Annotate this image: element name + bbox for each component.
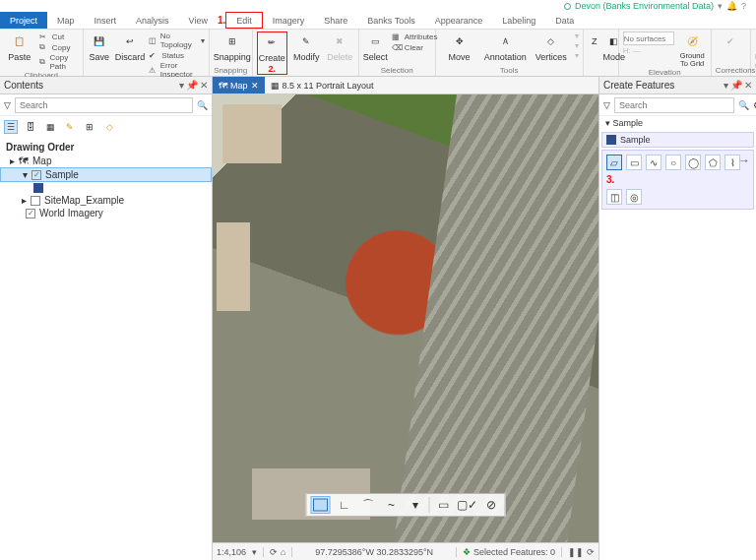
save-button[interactable]: 💾Save — [88, 31, 111, 62]
checkbox-icon[interactable] — [31, 196, 40, 206]
list-by-labeling-icon[interactable]: ◇ — [102, 120, 116, 134]
help-icon[interactable]: ? — [741, 1, 746, 11]
select-button[interactable]: ▭Select — [363, 31, 388, 62]
cancel-sketch-icon[interactable]: ⊘ — [481, 496, 501, 514]
search-icon[interactable]: 🔍 — [197, 100, 208, 110]
tab-edit[interactable]: Edit — [225, 12, 263, 29]
clear-button[interactable]: ⌫Clear — [392, 42, 438, 52]
expand-arrow-icon[interactable]: → — [738, 154, 750, 167]
circle-construct-icon[interactable]: ○ — [665, 155, 681, 170]
finish-sketch-icon[interactable]: ▭ — [434, 496, 454, 514]
list-by-drawing-icon[interactable]: ☰ — [4, 120, 18, 134]
pane-dropdown-icon[interactable]: ▾ — [179, 80, 184, 91]
z-button[interactable]: Z — [588, 31, 601, 51]
buffer-construct-icon[interactable]: ◎ — [626, 189, 642, 205]
refresh-icon[interactable]: ⟳ — [587, 547, 595, 557]
extent-icon[interactable]: ⌂ — [281, 547, 285, 557]
delete-icon: ✖ — [330, 31, 349, 51]
copy-button[interactable]: ⧉Copy — [39, 42, 79, 52]
tab-project[interactable]: Project — [0, 12, 47, 29]
paste-button[interactable]: 📋 Paste — [4, 31, 35, 62]
attributes-button[interactable]: ▦Attributes — [392, 31, 438, 41]
list-by-editing-icon[interactable]: ✎ — [63, 120, 77, 134]
svg-rect-0 — [314, 499, 328, 511]
list-by-source-icon[interactable]: 🗄 — [24, 120, 37, 134]
group-snapping: Snapping — [214, 66, 248, 75]
template-sample[interactable]: Sample — [601, 132, 754, 148]
doc-tab-layout[interactable]: ▦8.5 x 11 Portrait Layout — [265, 77, 380, 93]
ground-grid-button[interactable]: 🧭Ground To Grid — [678, 31, 707, 68]
drawing-order-header: Drawing Order — [0, 138, 212, 155]
scale-field[interactable]: 1:4,106 — [217, 547, 246, 557]
bell-icon[interactable]: 🔔 — [726, 1, 737, 11]
copy-path-button[interactable]: ⧉Copy Path — [39, 53, 79, 71]
pane-dropdown-icon[interactable]: ▾ — [724, 80, 728, 91]
create-button[interactable]: ✏ Create 2. — [257, 31, 287, 75]
snapping-button[interactable]: ⊞Snapping — [214, 31, 251, 62]
split-construct-icon[interactable]: ◫ — [606, 189, 622, 205]
rotate-icon[interactable]: ⟳ — [270, 547, 278, 557]
copy-icon: ⧉ — [39, 42, 49, 52]
polygon-tool-icon[interactable] — [311, 496, 331, 514]
toc-map[interactable]: ▸🗺Map — [0, 155, 212, 167]
status-button[interactable]: ✔Status — [149, 50, 204, 60]
callout-3: 3. — [606, 174, 749, 185]
surface-input[interactable] — [623, 31, 674, 45]
contents-search[interactable] — [15, 97, 193, 113]
layout-icon: ▦ — [271, 81, 280, 91]
list-by-selection-icon[interactable]: ▦ — [43, 120, 57, 134]
square-finish-icon[interactable]: ▢✓ — [458, 496, 477, 514]
pane-pin-icon[interactable]: 📌 — [730, 80, 742, 91]
tab-imagery[interactable]: Imagery — [263, 12, 315, 29]
doc-tab-map[interactable]: 🗺Map✕ — [213, 77, 265, 93]
tab-data[interactable]: Data — [545, 12, 584, 29]
rectangle-construct-icon[interactable]: ▭ — [626, 155, 642, 170]
tab-map[interactable]: Map — [47, 12, 85, 29]
tab-appearance[interactable]: Appearance — [425, 12, 493, 29]
pause-icon[interactable]: ❚❚ — [568, 547, 584, 557]
pane-pin-icon[interactable]: 📌 — [186, 80, 198, 91]
checkbox-icon[interactable]: ✓ — [26, 209, 35, 218]
toc-sitemap[interactable]: ▸SiteMap_Example — [0, 194, 212, 207]
pane-close-icon[interactable]: ✕ — [200, 80, 208, 91]
group-tools: Tools — [440, 66, 579, 75]
cut-button[interactable]: ✂Cut — [39, 31, 79, 41]
create-search[interactable] — [614, 97, 734, 113]
scale-dropdown-icon[interactable]: ▾ — [252, 547, 257, 557]
toc-imagery[interactable]: ✓World Imagery — [0, 207, 212, 219]
tab-analysis[interactable]: Analysis — [126, 12, 179, 29]
polygon-construct-icon[interactable]: ▱ — [606, 155, 622, 170]
tab-labeling[interactable]: Labeling — [492, 12, 545, 29]
pane-close-icon[interactable]: ✕ — [744, 80, 752, 91]
topology-dropdown[interactable]: ◫No Topology ▾ — [149, 31, 204, 49]
close-icon[interactable]: ✕ — [251, 81, 259, 91]
freehand-construct-icon[interactable]: ∿ — [646, 155, 662, 170]
filter-icon[interactable]: ▽ — [603, 100, 610, 110]
vertices-button[interactable]: ◇Vertices — [532, 31, 571, 62]
annotation-button[interactable]: ＡAnnotation — [482, 31, 528, 62]
modify-button[interactable]: ✎Modify — [291, 31, 322, 62]
callout-1: 1. — [218, 15, 225, 26]
tab-view[interactable]: View — [179, 12, 218, 29]
filter-icon[interactable]: ▽ — [4, 100, 11, 110]
right-angle-tool-icon[interactable]: ∟ — [335, 496, 354, 514]
tab-share[interactable]: Share — [314, 12, 357, 29]
list-by-snapping-icon[interactable]: ⊞ — [83, 120, 96, 134]
map-view[interactable]: ∟ ⌒ ~ ▾ ▭ ▢✓ ⊘ — [213, 94, 598, 542]
toc-sample[interactable]: ▾✓Sample — [0, 167, 212, 182]
arc-tool-icon[interactable]: ⌒ — [358, 496, 378, 514]
ellipse-construct-icon[interactable]: ◯ — [685, 155, 701, 170]
search-icon[interactable]: 🔍 — [738, 100, 749, 110]
template-group[interactable]: ▾ Sample — [599, 116, 756, 130]
delete-button: ✖Delete — [326, 31, 354, 62]
move-button[interactable]: ✥Move — [440, 31, 479, 62]
tab-insert[interactable]: Insert — [85, 12, 127, 29]
checkbox-icon[interactable]: ✓ — [32, 170, 41, 180]
tab-banks[interactable]: Banks Tools — [357, 12, 424, 29]
discard-button[interactable]: ↩Discard — [115, 31, 146, 62]
autocomplete-construct-icon[interactable]: ⬠ — [705, 155, 721, 170]
user-label[interactable]: Devon (Banks Environmental Data) — [575, 1, 714, 11]
trace-tool-icon[interactable]: ~ — [382, 496, 402, 514]
more-tools-icon[interactable]: ▾ — [406, 496, 425, 514]
toc-sample-symbol[interactable] — [0, 182, 212, 194]
